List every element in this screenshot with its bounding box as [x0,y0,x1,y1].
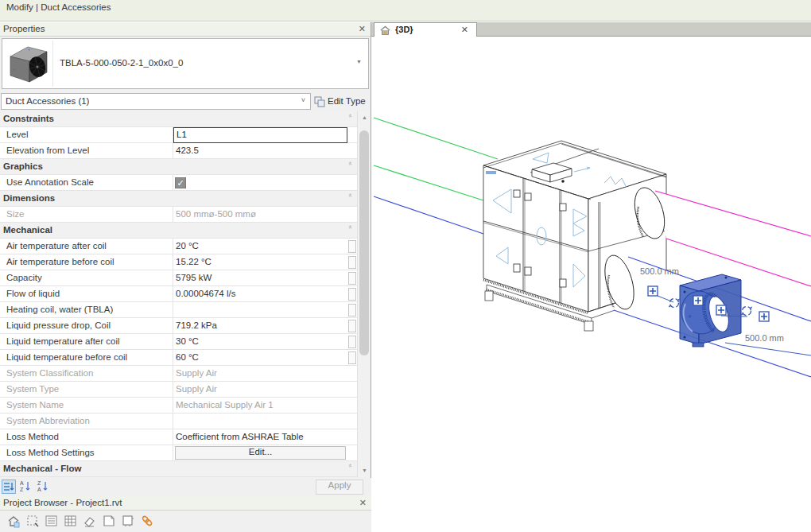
property-row: Liquid temperature before coil60 °C [0,350,357,366]
collapse-section-icon[interactable]: « [346,225,353,228]
project-browser-toolbar [0,511,371,532]
associate-parameter-button[interactable] [348,272,356,285]
property-label: Air temperature after coil [6,241,107,250]
property-row: System NameMechanical Supply Air 1 [0,398,357,414]
move-grip [648,286,658,296]
svg-text:A: A [37,487,41,492]
associate-parameter-button[interactable] [348,240,356,253]
link-icon[interactable] [140,514,154,528]
apply-button[interactable]: Apply [316,480,363,495]
selected-duct-accessory[interactable]: + [676,274,741,347]
property-row: Liquid pressure drop, Coil719.2 kPa [0,318,357,334]
property-row: Elevation from Level423.5 [0,143,357,159]
type-selector[interactable]: ++ TBLA-5-000-050-2-1_0x0x0_0 ▼ [2,38,369,89]
annotation-scale-checkbox[interactable]: ✓ [175,177,186,188]
edit-settings-button[interactable]: Edit... [175,446,346,460]
property-value[interactable]: Supply Air [176,384,347,394]
collapse-section-icon[interactable]: « [346,114,353,117]
properties-panel: Properties ✕ ++ TBLA-5-000-050-2-1_0x0x0… [0,22,371,532]
property-value[interactable]: 5795 kW [176,273,347,282]
type-name: TBLA-5-000-050-2-1_0x0x0_0 [60,58,183,68]
3d-view-canvas[interactable]: + [371,37,811,532]
property-value[interactable]: 0.00004674 l/s [176,289,347,298]
property-value: L1 [177,130,187,139]
property-value[interactable]: 423.5 [176,146,347,155]
property-row: System ClassificationSupply Air [0,366,357,382]
associate-parameter-button[interactable] [348,351,356,364]
close-icon[interactable]: ✕ [359,498,367,507]
associate-parameter-button[interactable] [348,336,356,348]
grid-line-green-1[interactable] [374,118,498,159]
property-label: Liquid pressure drop, Coil [6,320,111,330]
property-value[interactable]: Coefficient from ASHRAE Table [176,432,347,441]
property-label: Use Annotation Scale [6,177,94,187]
view-tab-3d[interactable]: {3D} ✕ [374,22,477,37]
list-icon[interactable] [45,514,59,528]
property-value[interactable]: 30 °C [176,336,347,346]
family-icon[interactable] [121,514,135,528]
project-browser-header[interactable]: Project Browser - Project1.rvt ✕ [0,496,371,511]
property-row: Capacity5795 kW [0,270,357,286]
category-label: Duct Accessories (1) [6,96,89,106]
chevron-down-icon[interactable]: ▼ [356,59,362,64]
associate-parameter-button[interactable] [348,288,356,301]
sort-za-icon[interactable]: ZA [37,480,51,494]
property-row: Air temperature before coil15.22 °C [0,254,357,270]
sheet-icon[interactable] [102,514,116,528]
level-input[interactable]: L1 [173,127,347,143]
close-view-icon[interactable]: ✕ [461,25,468,35]
properties-sort-toolbar: AZ ZA Apply [0,478,371,496]
property-value[interactable]: Supply Air [176,368,347,378]
properties-scrollbar[interactable]: ▲ ▼ [357,111,371,477]
scrollbar-thumb[interactable] [359,130,369,355]
collapse-section-icon[interactable]: « [346,161,353,165]
scroll-up-icon[interactable]: ▲ [358,111,371,124]
associate-parameter-button[interactable] [348,304,356,316]
property-label: Heating coil, water (TBLA) [6,305,113,314]
section-header-row: Mechanical« [0,223,357,239]
property-label: Loss Method [6,432,59,441]
associate-parameter-button[interactable] [348,320,356,332]
property-row: Air temperature after coil20 °C [0,239,357,254]
modify-ribbon-strip: Modify | Duct Accessories [0,0,811,21]
view-tab-bar: {3D} ✕ [371,22,811,37]
property-value[interactable]: 20 °C [176,241,347,250]
category-combo[interactable]: Duct Accessories (1) ˅ [1,93,311,110]
collapse-section-icon[interactable]: « [346,464,353,467]
scroll-down-icon[interactable]: ▼ [358,464,371,477]
edit-type-icon [314,96,325,107]
breadcrumb: Modify | Duct Accessories [6,2,111,12]
property-value[interactable]: 15.22 °C [176,257,347,266]
system-line-blue[interactable] [374,196,483,234]
sort-az-icon[interactable]: AZ [19,480,33,494]
grid-line-green-2[interactable] [374,165,483,200]
svg-text:A: A [20,480,24,486]
select-box-icon[interactable] [25,514,40,528]
collapse-section-icon[interactable]: « [346,193,353,196]
property-value[interactable]: 500 mmø-500 mmø [176,209,347,219]
eraser-icon[interactable] [83,514,97,528]
svg-text:+: + [28,47,30,52]
move-grip [716,305,726,315]
property-row: Size500 mmø-500 mmø [0,207,357,223]
property-value[interactable]: Mechanical Supply Air 1 [176,400,347,410]
filter-list-icon[interactable] [2,480,16,494]
schedule-icon[interactable] [64,514,78,528]
svg-text:Z: Z [37,480,41,486]
home-view-icon[interactable] [6,514,21,528]
property-label: Elevation from Level [6,146,89,155]
property-row: System Abbreviation [0,414,357,429]
close-icon[interactable]: ✕ [359,24,366,33]
associate-parameter-button[interactable] [348,256,356,269]
section-header-row: Graphics« [0,159,357,175]
property-value[interactable]: 719.2 kPa [176,320,347,330]
edit-type-button[interactable]: Edit Type [314,94,370,110]
property-label: Flow of liquid [6,289,60,298]
dim-label-1: 500.0 mm [640,266,679,276]
property-row: System TypeSupply Air [0,382,357,398]
move-grip [693,296,703,305]
properties-panel-header[interactable]: Properties ✕ [0,22,371,37]
property-label: Size [6,209,24,219]
section-header-row: Constraints« [0,111,357,127]
property-value[interactable]: 60 °C [176,352,347,362]
